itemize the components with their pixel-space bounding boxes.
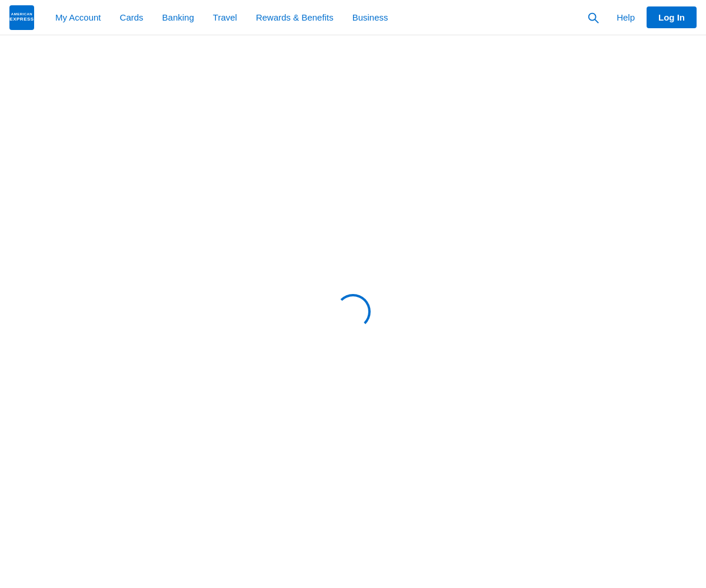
- nav-item-my-account[interactable]: My Account: [46, 0, 111, 35]
- header-right: Help Log In: [581, 6, 697, 29]
- logo-text-express: EXPRESS: [9, 16, 34, 22]
- nav-item-travel[interactable]: Travel: [204, 0, 247, 35]
- loading-spinner-container: [335, 294, 371, 329]
- help-link[interactable]: Help: [610, 12, 642, 22]
- nav-item-banking[interactable]: Banking: [153, 0, 204, 35]
- search-icon: [587, 11, 600, 24]
- svg-line-1: [595, 19, 598, 23]
- logo-container[interactable]: AMERICAN EXPRESS: [9, 5, 34, 30]
- logo-text-american: AMERICAN: [11, 12, 32, 16]
- main-nav: My Account Cards Banking Travel Rewards …: [46, 0, 581, 35]
- main-header: AMERICAN EXPRESS My Account Cards Bankin…: [0, 0, 706, 35]
- main-content: [0, 35, 706, 588]
- nav-item-rewards-benefits[interactable]: Rewards & Benefits: [247, 0, 343, 35]
- amex-logo: AMERICAN EXPRESS: [9, 5, 34, 30]
- nav-item-cards[interactable]: Cards: [111, 0, 153, 35]
- nav-item-business[interactable]: Business: [343, 0, 398, 35]
- search-button[interactable]: [581, 6, 605, 29]
- loading-spinner: [335, 294, 371, 329]
- login-button[interactable]: Log In: [647, 6, 697, 28]
- svg-point-0: [589, 13, 596, 20]
